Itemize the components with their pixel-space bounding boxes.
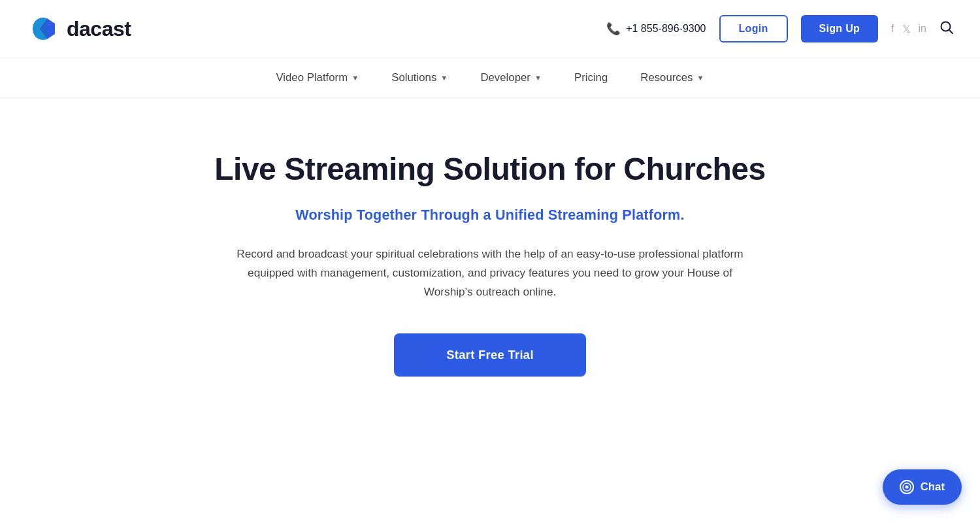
facebook-icon[interactable]: f [891,23,894,35]
phone-icon: 📞 [606,22,621,36]
nav-label-resources: Resources [640,71,693,84]
chevron-down-icon: ▼ [696,74,704,82]
twitter-icon[interactable]: 𝕏 [902,23,911,35]
chevron-down-icon: ▼ [351,74,359,82]
chevron-down-icon: ▼ [440,74,448,82]
nav-label-developer: Developer [480,71,531,84]
login-button[interactable]: Login [719,15,788,42]
search-icon[interactable] [939,20,954,38]
nav-item-developer[interactable]: Developer ▼ [480,71,542,84]
nav-label-solutions: Solutions [391,71,436,84]
hero-subtitle: Worship Together Through a Unified Strea… [295,207,684,224]
header-right: 📞 +1 855-896-9300 Login Sign Up f 𝕏 in [606,15,954,42]
nav-item-video-platform[interactable]: Video Platform ▼ [276,71,359,84]
start-free-trial-button[interactable]: Start Free Trial [394,333,586,377]
header: dacast 📞 +1 855-896-9300 Login Sign Up f… [0,0,980,58]
chat-label: Chat [921,481,945,494]
main-nav: Video Platform ▼ Solutions ▼ Developer ▼… [0,58,980,98]
nav-item-pricing[interactable]: Pricing [574,71,608,84]
hero-title: Live Streaming Solution for Churches [214,150,765,188]
hero-description: Record and broadcast your spiritual cele… [235,245,745,302]
chevron-down-icon: ▼ [534,74,542,82]
hero-section: Live Streaming Solution for Churches Wor… [163,98,817,416]
svg-point-3 [905,486,908,489]
chat-icon [900,480,914,494]
social-icons: f 𝕏 in [891,23,926,35]
nav-item-resources[interactable]: Resources ▼ [640,71,704,84]
dacast-logo-icon [26,12,60,46]
nav-item-solutions[interactable]: Solutions ▼ [391,71,448,84]
logo-text: dacast [67,17,131,41]
nav-label-video-platform: Video Platform [276,71,348,84]
signup-button[interactable]: Sign Up [801,15,879,42]
svg-line-1 [949,29,953,33]
chat-button[interactable]: Chat [883,469,962,505]
phone-area: 📞 +1 855-896-9300 [606,22,706,36]
logo[interactable]: dacast [26,12,131,46]
phone-number: +1 855-896-9300 [626,23,706,35]
linkedin-icon[interactable]: in [919,23,926,35]
nav-label-pricing: Pricing [574,71,608,84]
